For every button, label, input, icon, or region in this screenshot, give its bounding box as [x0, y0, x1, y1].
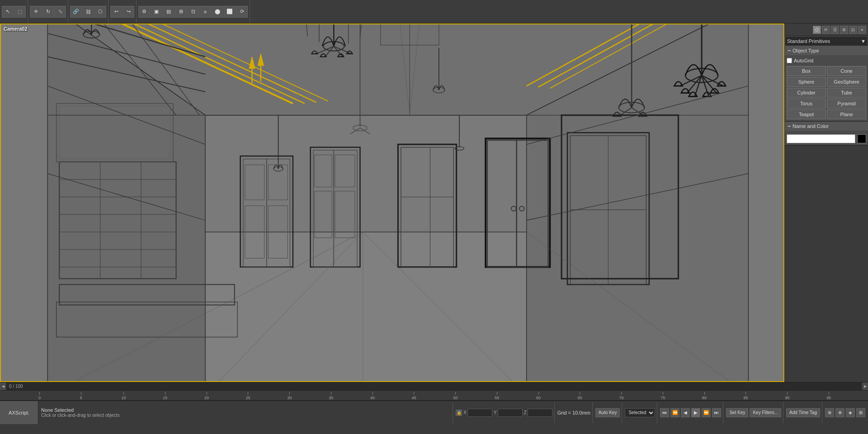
- modify-panel-icon[interactable]: ⟳: [822, 26, 830, 34]
- motion-panel-icon[interactable]: ⚙: [840, 26, 848, 34]
- ruler-tick-20: 20: [204, 392, 209, 400]
- render-button[interactable]: ▣: [151, 6, 162, 18]
- pyramid-button[interactable]: Pyramid: [827, 99, 866, 108]
- teapot-button[interactable]: Teapot: [787, 109, 826, 119]
- svg-rect-83: [57, 302, 237, 337]
- next-frame-button[interactable]: ⏩: [702, 408, 711, 417]
- ruler-tick-10: 10: [122, 392, 126, 400]
- svg-marker-20: [258, 54, 264, 66]
- z-coord-group: Z: [524, 409, 552, 417]
- autogrid-checkbox[interactable]: [787, 58, 792, 63]
- z-coord-input[interactable]: [528, 409, 552, 417]
- svg-rect-59: [334, 150, 357, 267]
- bind-button[interactable]: ⬡: [94, 6, 106, 18]
- ruler-tick-90: 90: [785, 392, 790, 400]
- svg-rect-69: [487, 140, 517, 267]
- svg-line-3: [118, 24, 293, 104]
- svg-rect-51: [243, 159, 267, 267]
- color-swatch[interactable]: [857, 134, 866, 143]
- extra-btn6[interactable]: ⟳: [236, 6, 248, 18]
- ruler-tick-65: 65: [578, 392, 582, 400]
- x-coord-input[interactable]: [467, 409, 492, 417]
- status-bar: AXScript. None Selected Click or click-a…: [0, 401, 868, 424]
- move-button[interactable]: ✛: [30, 6, 42, 18]
- display-panel-icon[interactable]: ⊡: [849, 26, 857, 34]
- scale-button[interactable]: ⤡: [54, 6, 66, 18]
- utilities-panel-icon[interactable]: ≡: [858, 26, 866, 34]
- play-back-button[interactable]: ◀: [681, 408, 690, 417]
- rotate-button[interactable]: ↻: [42, 6, 54, 18]
- cylinder-button[interactable]: Cylinder: [787, 88, 826, 98]
- timeline-scroll-right[interactable]: ▶: [862, 382, 868, 390]
- undo-button[interactable]: ↩: [110, 6, 122, 18]
- key-filters-button[interactable]: Key Filters...: [750, 408, 781, 417]
- svg-line-93: [205, 232, 363, 381]
- tube-button[interactable]: Tube: [827, 88, 866, 98]
- cone-button[interactable]: Cone: [827, 66, 866, 76]
- svg-rect-56: [269, 206, 288, 258]
- go-end-button[interactable]: ⏭: [712, 408, 721, 417]
- geosphere-button[interactable]: GeoSphere: [827, 77, 866, 87]
- svg-line-6: [153, 24, 328, 101]
- mini-btn2[interactable]: ⊗: [835, 408, 844, 417]
- settings-button[interactable]: ⚙: [138, 6, 150, 18]
- extra-btn1[interactable]: ⊞: [175, 6, 187, 18]
- svg-point-100: [455, 146, 464, 150]
- timeline-ruler: 0510152025303540455055606570758085909510…: [0, 391, 868, 401]
- prev-frame-button[interactable]: ⏪: [670, 408, 679, 417]
- status-hint: Click or click-and-drag to select object…: [41, 413, 447, 418]
- link-button[interactable]: 🔗: [70, 6, 82, 18]
- mini-btn4[interactable]: ⊞: [856, 408, 865, 417]
- timeline-counter: 0 / 100: [6, 384, 26, 389]
- object-type-header[interactable]: − Object Type: [785, 46, 868, 55]
- extra-btn4[interactable]: ⬤: [212, 6, 223, 18]
- extra-btn2[interactable]: ⊡: [187, 6, 199, 18]
- extra-btn3[interactable]: ≡: [199, 6, 211, 18]
- primitive-type-dropdown[interactable]: Standard Primitives ▼: [785, 36, 868, 46]
- timeline-scroll-left[interactable]: ◀: [0, 382, 6, 390]
- mini-btn3[interactable]: ◈: [846, 408, 855, 417]
- svg-rect-0: [1, 24, 783, 381]
- object-name-input[interactable]: [787, 134, 855, 143]
- add-time-tag-button[interactable]: Add Time Tag: [786, 408, 820, 417]
- svg-rect-91: [561, 115, 678, 279]
- go-start-button[interactable]: ⏮: [660, 408, 669, 417]
- ruler-tick-35: 35: [329, 392, 333, 400]
- name-color-header[interactable]: − Name and Color: [785, 122, 868, 131]
- play-forward-button[interactable]: ▶: [691, 408, 700, 417]
- preview-button[interactable]: ▤: [163, 6, 175, 18]
- hierarchy-panel-icon[interactable]: ☰: [831, 26, 839, 34]
- timeline-bar[interactable]: [26, 382, 862, 390]
- svg-line-47: [632, 108, 644, 116]
- redo-button[interactable]: ↪: [123, 6, 134, 18]
- mini-btn1[interactable]: ⊕: [825, 408, 834, 417]
- set-key-button[interactable]: Set Key: [726, 408, 748, 417]
- box-button[interactable]: Box: [787, 66, 826, 76]
- selected-section: Selected: [622, 402, 655, 423]
- ruler-tick-75: 75: [660, 392, 665, 400]
- select-button[interactable]: ↖: [2, 6, 14, 18]
- selected-dropdown[interactable]: Selected: [625, 408, 655, 417]
- unlink-button[interactable]: ⛓: [82, 6, 94, 18]
- ruler-tick-0: 0: [38, 392, 41, 400]
- torus-button[interactable]: Torus: [787, 99, 826, 108]
- viewport[interactable]: Camera02: [0, 24, 784, 382]
- create-panel-icon[interactable]: ⬡: [813, 26, 821, 34]
- svg-rect-82: [59, 284, 235, 305]
- y-coord-input[interactable]: [498, 409, 523, 417]
- auto-key-button[interactable]: Auto Key: [595, 408, 620, 417]
- svg-line-28: [316, 46, 334, 54]
- svg-line-42: [695, 75, 702, 97]
- svg-line-43: [702, 75, 709, 97]
- axscript-button[interactable]: AXScript.: [0, 401, 38, 424]
- svg-line-39: [702, 75, 723, 86]
- extra-btn5[interactable]: ⬜: [224, 6, 236, 18]
- region-select-button[interactable]: ⬚: [14, 6, 26, 18]
- plane-button[interactable]: Plane: [827, 109, 866, 119]
- playback-section: ⏮ ⏪ ◀ ▶ ⏩ ⏭: [657, 402, 721, 423]
- ruler-tick-60: 60: [536, 392, 541, 400]
- ruler-ticks: 0510152025303540455055606570758085909510…: [38, 391, 868, 400]
- sphere-button[interactable]: Sphere: [787, 77, 826, 87]
- svg-line-109: [47, 174, 205, 220]
- lock-icon[interactable]: 🔒: [456, 410, 462, 416]
